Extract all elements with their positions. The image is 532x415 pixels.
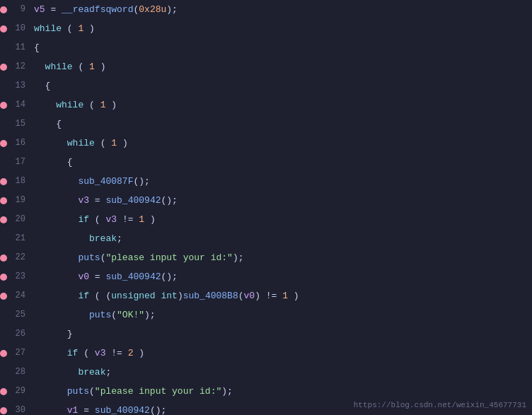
breakpoint-dot[interactable] <box>0 102 7 109</box>
code-content: if ( (unsigned int)sub_4008B8(v0) != 1 ) <box>28 286 532 305</box>
line-gutter: 11 <box>0 38 28 57</box>
line-number: 30 <box>10 401 25 415</box>
empty-dot <box>0 369 7 376</box>
code-row: 18 sub_40087F(); <box>0 172 532 191</box>
code-row: 22 puts("please input your id:"); <box>0 248 532 267</box>
line-number: 22 <box>10 248 25 267</box>
breakpoint-dot[interactable] <box>0 197 7 204</box>
code-content: sub_40087F(); <box>28 172 532 191</box>
breakpoint-dot[interactable] <box>0 216 7 223</box>
line-gutter: 27 <box>0 344 28 363</box>
line-gutter: 10 <box>0 19 28 38</box>
breakpoint-dot[interactable] <box>0 407 7 414</box>
breakpoint-dot[interactable] <box>0 6 7 13</box>
line-number: 24 <box>10 286 25 305</box>
breakpoint-dot[interactable] <box>0 64 7 71</box>
line-gutter: 21 <box>0 229 28 248</box>
breakpoint-dot[interactable] <box>0 388 7 395</box>
line-number: 27 <box>10 344 25 363</box>
breakpoint-dot[interactable] <box>0 25 7 33</box>
code-row: 21 break; <box>0 229 532 248</box>
code-content: } <box>28 325 532 344</box>
code-content: v5 = __readfsqword(0x28u); <box>28 0 532 19</box>
code-content: break; <box>28 363 532 382</box>
empty-dot <box>0 121 7 128</box>
line-gutter: 25 <box>0 305 28 325</box>
code-row: 19 v3 = sub_400942(); <box>0 191 532 210</box>
code-row: 20 if ( v3 != 1 ) <box>0 210 532 229</box>
breakpoint-dot[interactable] <box>0 350 7 357</box>
line-number: 18 <box>10 172 25 191</box>
line-number: 25 <box>10 305 25 325</box>
code-content: puts("please input your id:"); <box>28 248 532 267</box>
code-content: puts("please input your id:"); <box>28 382 532 401</box>
code-content: while ( 1 ) <box>28 57 532 76</box>
line-gutter: 23 <box>0 267 28 286</box>
code-row: 15 { <box>0 115 532 134</box>
line-number: 12 <box>10 57 25 76</box>
line-gutter: 12 <box>0 57 28 76</box>
line-gutter: 20 <box>0 210 28 229</box>
line-number: 10 <box>10 19 25 38</box>
code-content: { <box>28 76 532 95</box>
line-number: 9 <box>10 0 25 19</box>
breakpoint-dot[interactable] <box>0 293 7 300</box>
line-gutter: 17 <box>0 153 28 172</box>
line-number: 15 <box>10 115 25 134</box>
code-content: v3 = sub_400942(); <box>28 191 532 210</box>
code-row: 14 while ( 1 ) <box>0 95 532 115</box>
line-number: 29 <box>10 382 25 401</box>
line-gutter: 30 <box>0 401 28 415</box>
empty-dot <box>0 235 7 242</box>
breakpoint-dot[interactable] <box>0 178 7 185</box>
code-row: 26 } <box>0 325 532 344</box>
code-content: { <box>28 115 532 134</box>
code-row: 29 puts("please input your id:"); <box>0 382 532 401</box>
breakpoint-dot[interactable] <box>0 274 7 281</box>
line-gutter: 26 <box>0 325 28 344</box>
code-row: 10while ( 1 ) <box>0 19 532 38</box>
code-row: 27 if ( v3 != 2 ) <box>0 344 532 363</box>
line-number: 16 <box>10 134 25 153</box>
line-number: 14 <box>10 95 25 115</box>
code-content: break; <box>28 229 532 248</box>
line-number: 23 <box>10 267 25 286</box>
line-gutter: 18 <box>0 172 28 191</box>
code-row: 24 if ( (unsigned int)sub_4008B8(v0) != … <box>0 286 532 305</box>
code-viewer: 9v5 = __readfsqword(0x28u);10while ( 1 )… <box>0 0 532 415</box>
line-number: 19 <box>10 191 25 210</box>
empty-dot <box>0 45 7 52</box>
breakpoint-dot[interactable] <box>0 140 7 147</box>
code-row: 17 { <box>0 153 532 172</box>
line-number: 11 <box>10 38 25 57</box>
line-gutter: 19 <box>0 191 28 210</box>
empty-dot <box>0 159 7 166</box>
line-gutter: 9 <box>0 0 28 19</box>
code-row: 23 v0 = sub_400942(); <box>0 267 532 286</box>
line-gutter: 29 <box>0 382 28 401</box>
code-content: while ( 1 ) <box>28 134 532 153</box>
code-row: 28 break; <box>0 363 532 382</box>
line-gutter: 14 <box>0 95 28 115</box>
line-gutter: 15 <box>0 115 28 134</box>
code-content: while ( 1 ) <box>28 95 532 115</box>
line-gutter: 28 <box>0 363 28 382</box>
code-content: { <box>28 153 532 172</box>
line-number: 26 <box>10 325 25 344</box>
code-content: if ( v3 != 1 ) <box>28 210 532 229</box>
line-gutter: 16 <box>0 134 28 153</box>
code-content: puts("OK!"); <box>28 305 532 325</box>
line-gutter: 22 <box>0 248 28 267</box>
code-content: while ( 1 ) <box>28 19 532 38</box>
breakpoint-dot[interactable] <box>0 255 7 262</box>
watermark: https://blog.csdn.net/weixin_45677731 <box>354 401 526 409</box>
code-row: 25 puts("OK!"); <box>0 305 532 325</box>
code-row: 11{ <box>0 38 532 57</box>
empty-dot <box>0 331 7 338</box>
code-content: if ( v3 != 2 ) <box>28 344 532 363</box>
empty-dot <box>0 312 7 319</box>
code-content: v0 = sub_400942(); <box>28 267 532 286</box>
line-number: 17 <box>10 153 25 172</box>
code-content: { <box>28 38 532 57</box>
code-row: 9v5 = __readfsqword(0x28u); <box>0 0 532 19</box>
